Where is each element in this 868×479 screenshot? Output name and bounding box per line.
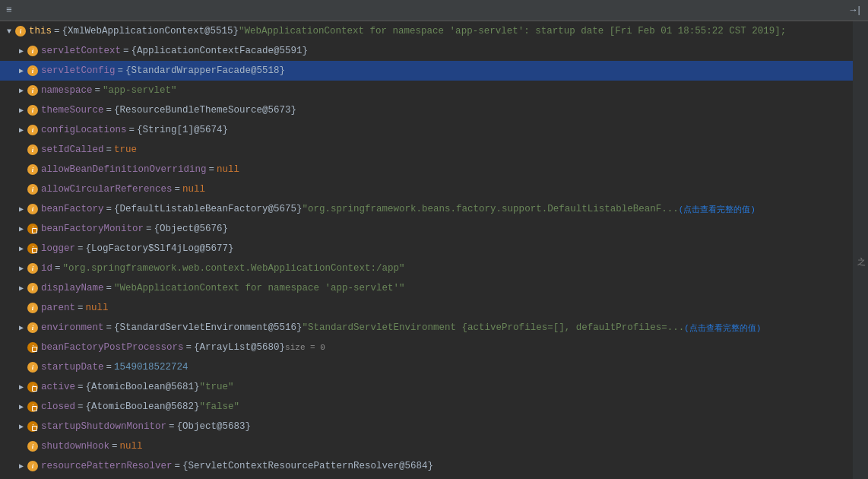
var-name: setIdCalled [41,144,104,155]
expand-arrow [15,163,27,176]
tree-row[interactable]: iactive = {AtomicBoolean@5681} "true" [0,377,868,397]
info-locked-icon: i [27,421,38,432]
expand-arrow[interactable] [15,104,27,116]
info-icon: i [27,283,38,293]
tree-row[interactable]: iallowBeanDefinitionOverriding = null [0,160,868,179]
expand-arrow[interactable] [15,65,27,77]
tree-container[interactable]: ithis = {XmlWebApplicationContext@5515} … [0,21,868,479]
tree-row[interactable]: iclosed = {AtomicBoolean@5682} "false" [0,397,868,417]
info-icon: i [27,461,38,471]
expand-arrow[interactable] [15,262,27,274]
expand-arrow[interactable] [15,420,27,433]
value-obj-ref: {LogFactory$Slf4jLog@5677} [86,243,234,254]
expand-arrow [15,341,27,354]
row-content: startupDate = 1549018522724 [41,362,868,373]
value-string: "true" [200,382,234,392]
tree-row[interactable]: ibeanFactory = {DefaultListableBeanFacto… [0,199,868,219]
value-obj-ref: {Object@5683} [177,421,252,432]
var-name: displayName [41,283,104,293]
var-name: startupDate [41,362,104,373]
value-long-string: "StandardServletEnvironment {activeProfi… [303,322,685,333]
row-content: closed = {AtomicBoolean@5682} "false" [41,401,868,412]
tree-row[interactable]: inamespace = "app-servlet" [0,81,868,100]
row-content: id = "org.springframework.web.context.We… [41,263,868,274]
tree-row[interactable]: ibeanFactoryPostProcessors = {ArrayList@… [0,338,868,357]
info-icon: i [27,144,38,155]
hint-clickable[interactable]: (点击查看完整的值) [684,322,761,334]
row-content: displayName = "WebApplicationContext for… [41,283,868,293]
tree-row[interactable]: iresourcePatternResolver = {ServletConte… [0,456,868,476]
var-name: configLocations [41,125,127,135]
expand-arrow[interactable] [15,223,27,235]
expand-arrow[interactable] [3,25,15,37]
tree-row[interactable]: ibeanFactoryMonitor = {Object@5676} [0,219,868,239]
info-icon: i [27,105,38,116]
expand-arrow[interactable] [15,84,27,97]
info-icon: i [27,322,38,333]
var-name: logger [41,243,75,254]
tree-row[interactable]: isetIdCalled = true [0,140,868,160]
value-obj-ref: {StandardWrapperFacade@5518} [125,65,285,76]
var-name: shutdownHook [41,441,109,452]
info-locked-icon: i [27,382,38,392]
equals-sign: = [175,184,181,195]
value-obj-ref: {DefaultListableBeanFactory@5675} [114,204,303,214]
tree-row[interactable]: ishutdownHook = null [0,436,868,456]
var-name: themeSource [41,105,104,116]
row-content: shutdownHook = null [41,441,868,452]
tree-row[interactable]: iallowCircularReferences = null [0,179,868,199]
hint-clickable[interactable]: (点击查看完整的值) [679,204,756,215]
value-obj-ref: {XmlWebApplicationContext@5515} [62,26,239,36]
info-locked-icon: i [27,243,38,254]
info-icon: i [27,362,38,373]
value-long-string: "org.springframework.beans.factory.suppo… [303,204,679,214]
info-icon: i [27,303,38,313]
tree-row[interactable]: idisplayName = "WebApplicationContext fo… [0,278,868,298]
expand-arrow[interactable] [15,45,27,57]
tree-row[interactable]: iparent = null [0,298,868,318]
expand-arrow[interactable] [15,322,27,334]
row-content: beanFactoryPostProcessors = {ArrayList@5… [41,342,868,353]
value-obj-ref: {AtomicBoolean@5682} [86,401,200,412]
row-content: logger = {LogFactory$Slf4jLog@5677} [41,243,868,254]
tree-row[interactable]: ilogger = {LogFactory$Slf4jLog@5677} [0,239,868,259]
value-keyword: null [120,441,143,452]
tree-row[interactable]: ithemeSource = {ResourceBundleThemeSourc… [0,100,868,120]
tree-row[interactable]: iservletContext = {ApplicationContextFac… [0,41,868,61]
info-icon: i [15,26,26,36]
tree-row[interactable]: ienvironment = {StandardServletEnvironme… [0,318,868,338]
pin-icon[interactable]: →| [850,5,862,16]
row-content: servletContext = {ApplicationContextFaca… [41,46,868,56]
expand-arrow[interactable] [15,381,27,393]
tree-row[interactable]: iservletConfig = {StandardWrapperFacade@… [0,61,868,81]
var-name: beanFactoryMonitor [41,224,144,234]
var-name: closed [41,401,75,412]
expand-arrow[interactable] [15,460,27,472]
expand-arrow[interactable] [15,282,27,294]
side-note: 之 [853,21,868,479]
value-string: "app-servlet" [103,85,177,96]
row-content: allowCircularReferences = null [41,184,868,195]
expand-arrow[interactable] [15,243,27,255]
tree-row[interactable]: istartupShutdownMonitor = {Object@5683} [0,417,868,436]
equals-sign: = [106,144,112,155]
expand-arrow[interactable] [15,203,27,215]
tree-row[interactable]: iconfigLocations = {String[1]@5674} [0,120,868,140]
tree-row[interactable]: istartupDate = 1549018522724 [0,357,868,377]
row-content: servletConfig = {StandardWrapperFacade@5… [41,65,868,76]
expand-arrow[interactable] [15,401,27,413]
value-obj-ref: {AtomicBoolean@5681} [86,382,200,392]
expand-arrow [15,302,27,314]
value-number: 1549018522724 [114,362,188,373]
value-string: "org.springframework.web.context.WebAppl… [63,263,405,274]
expand-arrow[interactable] [15,124,27,136]
expand-arrow [15,361,27,373]
equals-sign: = [55,263,61,274]
var-name: parent [41,303,75,313]
var-name: beanFactory [41,204,104,214]
tree-row[interactable]: ithis = {XmlWebApplicationContext@5515} … [0,21,868,41]
tree-row[interactable]: iid = "org.springframework.web.context.W… [0,259,868,278]
var-name: resourcePatternResolver [41,461,173,471]
var-name: active [41,382,75,392]
equals-sign: = [209,164,215,175]
